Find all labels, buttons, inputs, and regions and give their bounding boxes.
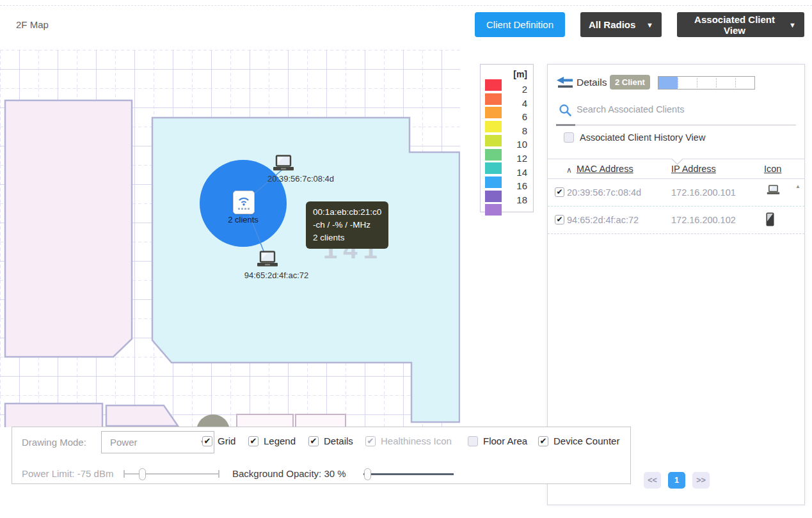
legend-tick: 14 bbox=[508, 167, 527, 178]
checkbox-checked[interactable]: ✔ bbox=[202, 436, 212, 446]
phone-icon bbox=[766, 212, 774, 228]
cell-ip-address: 172.16.200.101 bbox=[671, 187, 736, 198]
legend-swatch bbox=[485, 204, 502, 216]
access-point-icon[interactable] bbox=[233, 191, 255, 214]
toolbar-checkbox-label: Floor Area bbox=[483, 436, 527, 446]
toolbar-checkbox-label: Healthiness Icon bbox=[381, 436, 452, 446]
power-limit-label: Power Limit: -75 dBm bbox=[22, 468, 113, 479]
cell-ip-address: 172.16.200.102 bbox=[671, 215, 736, 225]
background-opacity-slider-thumb[interactable] bbox=[364, 468, 371, 480]
history-view-checkbox[interactable]: Associated Client History View bbox=[564, 132, 705, 143]
checkbox-unchecked[interactable] bbox=[564, 132, 574, 143]
laptop-icon bbox=[766, 185, 781, 198]
cell-mac-address: 20:39:56:7c:08:4d bbox=[567, 187, 641, 198]
sort-ascending-icon[interactable]: ∧ bbox=[566, 166, 572, 175]
power-limit-slider[interactable] bbox=[123, 467, 219, 480]
toolbar-checkbox-label: Details bbox=[324, 436, 353, 446]
search-underline bbox=[556, 125, 796, 125]
legend-swatch bbox=[485, 177, 502, 188]
ap-tooltip: 00:1a:eb:cb:21:c0 -ch / -% / -MHz 2 clie… bbox=[306, 201, 388, 249]
toolbar-checkbox-floor-area[interactable]: Floor Area bbox=[468, 436, 527, 446]
panel-title: Details bbox=[577, 77, 607, 88]
client-count-badge: 2 Client bbox=[610, 75, 650, 90]
pagination-next-button[interactable]: >> bbox=[692, 472, 710, 489]
checkbox-checked[interactable]: ✔ bbox=[308, 436, 319, 446]
checkbox-checked[interactable]: ✔ bbox=[538, 436, 548, 446]
column-header-ip[interactable]: IP Address bbox=[671, 164, 716, 174]
cell-mac-address: 94:65:2d:4f:ac:72 bbox=[567, 215, 639, 225]
top-divider bbox=[0, 5, 812, 6]
legend-swatch bbox=[485, 107, 502, 118]
chevron-down-icon: ▼ bbox=[789, 21, 796, 29]
client-mac-label: 94:65:2d:4f:ac:72 bbox=[244, 271, 308, 280]
power-limit-slider-thumb[interactable] bbox=[139, 468, 146, 480]
checkbox-unchecked[interactable] bbox=[468, 436, 478, 446]
all-radios-dropdown[interactable]: All Radios ▼ bbox=[580, 12, 662, 37]
laptop-icon[interactable] bbox=[271, 155, 296, 173]
associated-client-view-dropdown[interactable]: Associated Client View ▼ bbox=[677, 12, 804, 37]
row-checkbox[interactable]: ✔ bbox=[555, 187, 564, 197]
pagination-page-1-button[interactable]: 1 bbox=[668, 472, 685, 489]
row-separator bbox=[548, 233, 804, 234]
search-icon bbox=[559, 104, 572, 117]
history-view-label: Associated Client History View bbox=[580, 132, 705, 143]
all-radios-label: All Radios bbox=[589, 19, 635, 30]
toolbar-checkbox-details[interactable]: ✔Details bbox=[308, 436, 353, 446]
tooltip-clients: 2 clients bbox=[313, 232, 381, 244]
tooltip-stats: -ch / -% / -MHz bbox=[313, 219, 381, 232]
page: 2F Map Client Definition All Radios ▼ As… bbox=[0, 0, 812, 518]
chevron-down-icon: ▼ bbox=[646, 21, 653, 29]
checkbox-checked[interactable]: ✔ bbox=[248, 436, 259, 446]
search-underline-accent bbox=[556, 124, 575, 126]
floor-map-canvas[interactable]: 141 20:39:56:7c:08:4d 94:65:2d:4f:ac:72 bbox=[0, 50, 460, 427]
ap-clients-count: 2 clients bbox=[228, 215, 259, 224]
laptop-icon[interactable] bbox=[255, 251, 280, 269]
client-table-body: ✔20:39:56:7c:08:4d172.16.200.101✔94:65:2… bbox=[548, 179, 804, 234]
ap-led-dots bbox=[238, 208, 250, 210]
map-toolbar: Drawing Mode: Power ▼ ✔Grid✔Legend✔Detai… bbox=[12, 427, 631, 484]
drawing-mode-label: Drawing Mode: bbox=[22, 437, 86, 448]
scrollbar-up-arrow[interactable]: ▲ bbox=[795, 184, 800, 189]
page-title: 2F Map bbox=[16, 19, 49, 30]
toolbar-checkbox-device-counter[interactable]: ✔Device Counter bbox=[538, 436, 619, 446]
column-header-icon[interactable]: Icon bbox=[764, 164, 781, 174]
legend-swatch bbox=[485, 79, 502, 91]
tooltip-mac: 00:1a:eb:cb:21:c0 bbox=[313, 206, 381, 219]
legend-tick: 18 bbox=[508, 194, 527, 205]
legend-panel: [m] 24681012141618 bbox=[480, 64, 534, 212]
drawing-mode-value: Power bbox=[110, 437, 138, 448]
wifi-icon bbox=[236, 195, 251, 207]
toolbar-checkbox-label: Legend bbox=[264, 436, 296, 446]
toolbar-checkbox-grid[interactable]: ✔Grid bbox=[202, 436, 235, 446]
search-input[interactable] bbox=[577, 104, 781, 114]
legend-tick: 4 bbox=[508, 98, 527, 109]
legend-tick: 10 bbox=[508, 139, 527, 150]
legend-swatch bbox=[485, 121, 502, 132]
column-header-mac[interactable]: MAC Address bbox=[577, 164, 633, 174]
back-arrow-icon[interactable] bbox=[556, 77, 573, 88]
client-definition-button[interactable]: Client Definition bbox=[475, 12, 565, 37]
drawing-mode-select[interactable]: Power ▼ bbox=[101, 431, 214, 453]
table-row[interactable]: ✔94:65:2d:4f:ac:72172.16.200.102 bbox=[548, 207, 804, 233]
phone-icon bbox=[766, 212, 774, 226]
table-row[interactable]: ✔20:39:56:7c:08:4d172.16.200.101 bbox=[548, 179, 804, 206]
collapse-notch[interactable] bbox=[671, 153, 683, 164]
toolbar-checkbox-label: Device Counter bbox=[553, 436, 619, 446]
legend-tick: 8 bbox=[508, 125, 527, 136]
legend-swatch bbox=[485, 135, 502, 146]
row-checkbox[interactable]: ✔ bbox=[555, 215, 564, 224]
legend-swatch bbox=[485, 149, 502, 161]
legend-tick: 2 bbox=[508, 84, 527, 95]
background-opacity-label: Background Opacity: 30 % bbox=[232, 468, 346, 479]
legend-tick: 6 bbox=[508, 111, 527, 122]
pagination-prev-button[interactable]: << bbox=[644, 472, 661, 489]
legend-swatch bbox=[485, 191, 502, 202]
legend-unit-label: [m] bbox=[513, 69, 527, 79]
associated-client-view-label: Associated Client View bbox=[685, 14, 784, 36]
legend-tick: 12 bbox=[508, 153, 527, 164]
capacity-bar-fill bbox=[658, 77, 678, 89]
legend-swatch bbox=[485, 162, 502, 174]
background-opacity-slider[interactable] bbox=[363, 467, 454, 480]
toolbar-checkbox-label: Grid bbox=[218, 436, 235, 446]
toolbar-checkbox-legend[interactable]: ✔Legend bbox=[248, 436, 296, 446]
